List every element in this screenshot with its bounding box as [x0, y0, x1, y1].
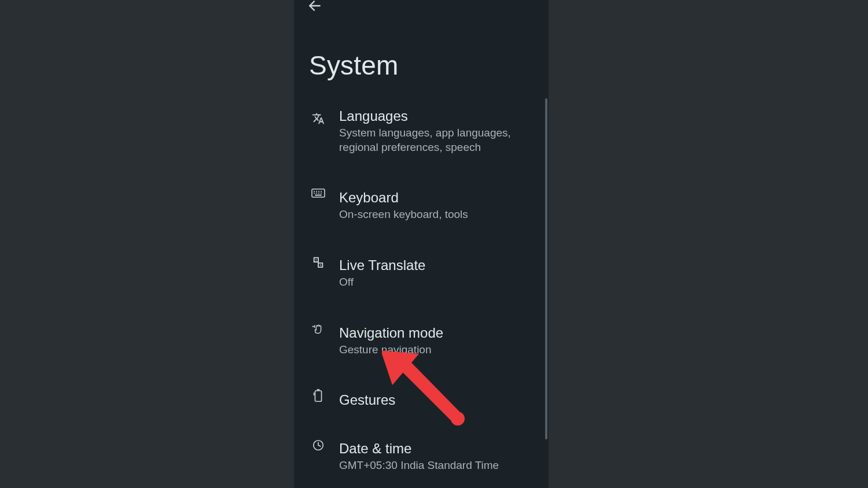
translate-icon [309, 256, 328, 268]
page-title: System [309, 50, 399, 81]
gestures-phone-icon [309, 389, 328, 403]
arrow-left-icon [307, 0, 322, 16]
svg-line-16 [318, 445, 321, 446]
list-item-languages[interactable]: Languages System languages, app language… [294, 98, 549, 164]
item-title: Date & time [339, 440, 540, 457]
item-subtitle: On-screen keyboard, tools [339, 208, 540, 222]
item-subtitle: Gesture navigation [339, 343, 540, 357]
list-item-navigation-mode[interactable]: Navigation mode Gesture navigation [294, 315, 549, 367]
item-title: Keyboard [339, 189, 540, 206]
list-item-keyboard[interactable]: Keyboard On-screen keyboard, tools [294, 180, 549, 231]
item-subtitle: System languages, app languages, regiona… [339, 126, 540, 154]
languages-icon [309, 112, 328, 125]
item-title: Languages [339, 108, 540, 125]
settings-list: Languages System languages, app language… [294, 98, 549, 488]
svg-rect-11 [315, 391, 321, 401]
list-item-live-translate[interactable]: Live Translate Off [294, 247, 549, 299]
back-button[interactable] [307, 0, 323, 15]
clock-icon [309, 439, 328, 452]
scroll-indicator[interactable] [545, 98, 547, 439]
item-title: Live Translate [339, 257, 540, 274]
header-bar [294, 0, 549, 16]
item-subtitle: GMT+05:30 India Standard Time [339, 459, 540, 473]
item-title: Navigation mode [339, 324, 540, 342]
keyboard-icon [309, 188, 328, 198]
item-subtitle: Off [339, 275, 540, 290]
list-item-date-time[interactable]: Date & time GMT+05:30 India Standard Tim… [294, 431, 549, 482]
system-settings-panel: System Languages System languages, app l… [294, 0, 549, 488]
navigation-hand-icon [309, 323, 328, 336]
list-item-gestures[interactable]: Gestures [294, 382, 549, 419]
item-title: Gestures [339, 391, 540, 409]
